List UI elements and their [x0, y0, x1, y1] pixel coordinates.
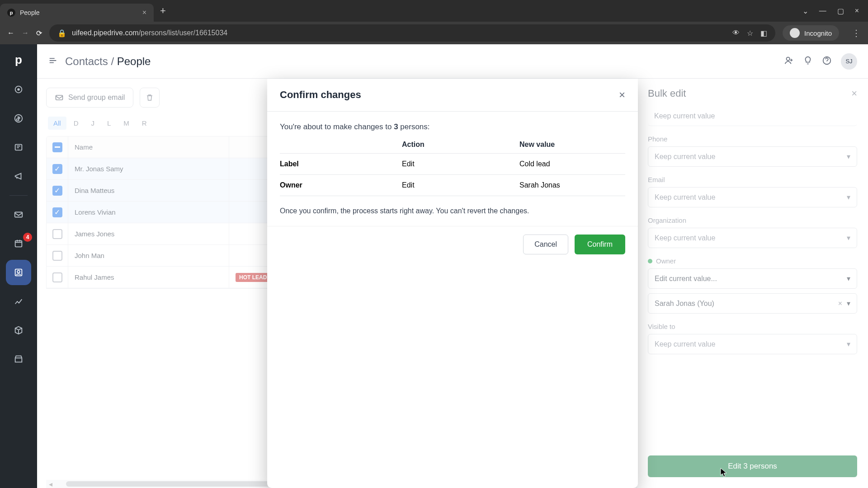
incognito-badge[interactable]: Incognito — [783, 25, 839, 41]
app-header: Contacts / People SJ — [37, 44, 868, 79]
incognito-label: Incognito — [804, 29, 832, 37]
change-row: LabelEditCold lead — [280, 154, 625, 175]
minimize-icon[interactable]: — — [819, 7, 826, 15]
svg-rect-4 — [15, 212, 23, 217]
add-person-icon[interactable] — [784, 56, 794, 67]
change-action: Edit — [402, 160, 519, 168]
address-bar[interactable]: 🔒 uifeed.pipedrive.com/persons/list/user… — [49, 24, 775, 42]
url-host: uifeed.pipedrive.com — [72, 29, 139, 37]
dialog-close-icon[interactable]: × — [619, 89, 625, 101]
breadcrumb-current: People — [117, 55, 151, 67]
avatar-initials: SJ — [845, 58, 852, 65]
rail-activities[interactable]: 4 — [6, 231, 31, 256]
change-field: Owner — [280, 181, 402, 189]
assistant-icon[interactable] — [803, 56, 813, 67]
col-new-value: New value — [519, 141, 625, 149]
close-window-icon[interactable]: × — [855, 7, 859, 15]
rail-projects[interactable] — [6, 135, 31, 160]
favicon-icon: p — [7, 9, 15, 17]
left-rail: p 4 — [0, 44, 37, 488]
reload-icon[interactable]: ⟳ — [36, 29, 42, 38]
change-value: Sarah Jonas — [519, 181, 625, 189]
tabs-dropdown-icon[interactable]: ⌄ — [802, 7, 808, 15]
browser-tab[interactable]: p People × — [0, 4, 154, 22]
change-field: Label — [280, 160, 402, 168]
lock-icon: 🔒 — [57, 29, 66, 38]
breadcrumb-parent[interactable]: Contacts — [65, 55, 108, 67]
window-controls: ⌄ — ▢ × — [802, 7, 868, 15]
rail-deals[interactable] — [6, 106, 31, 131]
incognito-icon — [790, 28, 800, 38]
menu-icon[interactable] — [48, 56, 58, 67]
confirm-dialog: Confirm changes × You're about to make c… — [267, 79, 638, 488]
svg-point-7 — [17, 270, 20, 273]
rail-campaigns[interactable] — [6, 164, 31, 189]
tab-title: People — [20, 9, 40, 16]
extension-icon[interactable]: ◧ — [760, 29, 767, 38]
changes-table: Action New value LabelEditCold leadOwner… — [280, 141, 625, 196]
rail-marketplace[interactable] — [6, 347, 31, 372]
close-tab-icon[interactable]: × — [142, 9, 146, 17]
dialog-intro: You're about to make changes to 3 person… — [280, 122, 625, 131]
rail-mail[interactable] — [6, 202, 31, 227]
confirm-button[interactable]: Confirm — [575, 235, 625, 254]
change-value: Cold lead — [519, 160, 625, 168]
main-area: Contacts / People SJ Send group email — [37, 44, 868, 488]
svg-point-1 — [18, 89, 19, 90]
browser-toolbar: ← → ⟳ 🔒 uifeed.pipedrive.com/persons/lis… — [0, 22, 868, 44]
maximize-icon[interactable]: ▢ — [837, 7, 844, 15]
new-tab-button[interactable]: + — [160, 5, 166, 17]
rail-leads[interactable] — [6, 77, 31, 102]
cookies-icon[interactable]: 👁 — [732, 29, 740, 37]
help-icon[interactable] — [822, 56, 832, 67]
back-icon[interactable]: ← — [7, 29, 14, 37]
browser-menu-icon[interactable]: ⋮ — [852, 28, 861, 38]
svg-point-8 — [787, 57, 790, 60]
change-action: Edit — [402, 181, 519, 189]
dialog-title: Confirm changes — [280, 89, 361, 101]
avatar[interactable]: SJ — [841, 53, 857, 70]
breadcrumb: Contacts / People — [65, 55, 151, 68]
logo-icon[interactable]: p — [10, 52, 27, 68]
app-root: p 4 Contacts / People — [0, 44, 868, 488]
url-path: /persons/list/user/16615034 — [139, 29, 228, 37]
dialog-warning: Once you confirm, the process starts rig… — [280, 207, 625, 215]
bookmark-icon[interactable]: ☆ — [747, 29, 753, 38]
rail-insights[interactable] — [6, 289, 31, 314]
svg-rect-5 — [15, 241, 22, 247]
change-row: OwnerEditSarah Jonas — [280, 175, 625, 196]
forward-icon[interactable]: → — [22, 29, 29, 37]
rail-badge: 4 — [23, 233, 32, 242]
rail-contacts[interactable] — [6, 260, 31, 285]
col-action: Action — [402, 141, 519, 149]
rail-products[interactable] — [6, 318, 31, 343]
modal-overlay: Confirm changes × You're about to make c… — [37, 79, 868, 488]
browser-tab-strip: p People × + ⌄ — ▢ × — [0, 0, 868, 22]
cancel-button[interactable]: Cancel — [523, 235, 568, 254]
